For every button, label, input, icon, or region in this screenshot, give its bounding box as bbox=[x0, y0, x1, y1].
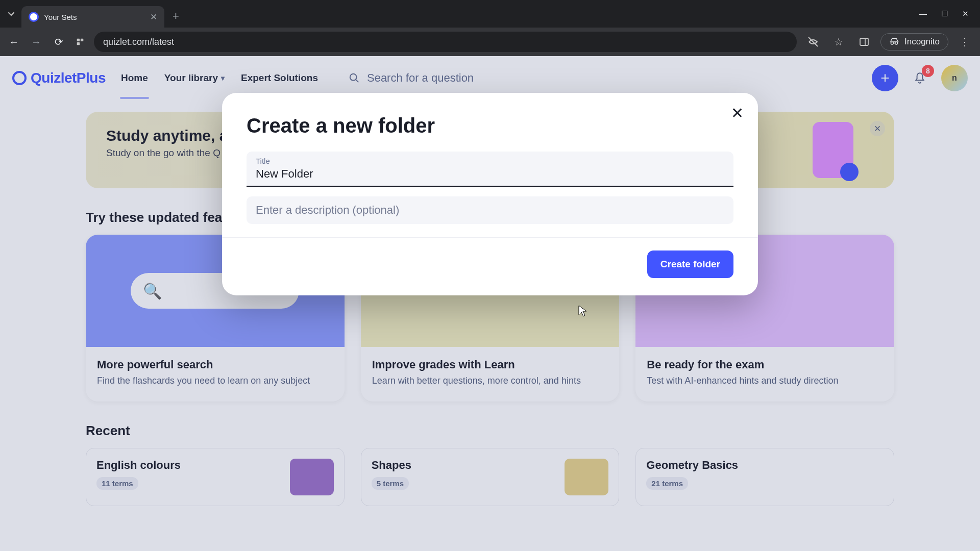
url-text: quizlet.com/latest bbox=[103, 37, 174, 47]
title-field[interactable]: Title bbox=[247, 152, 733, 187]
svg-rect-1 bbox=[81, 39, 83, 41]
tab-close-icon[interactable]: ✕ bbox=[150, 12, 157, 22]
browser-menu-icon[interactable]: ⋮ bbox=[955, 33, 974, 51]
window-minimize-button[interactable]: ― bbox=[919, 9, 927, 18]
svg-rect-3 bbox=[860, 38, 868, 45]
bookmark-star-icon[interactable]: ☆ bbox=[829, 33, 848, 51]
create-folder-button[interactable]: Create folder bbox=[647, 251, 733, 278]
incognito-indicator[interactable]: Incognito bbox=[880, 33, 948, 51]
create-folder-modal: ✕ Create a new folder Title Create folde… bbox=[222, 93, 758, 295]
modal-heading: Create a new folder bbox=[247, 114, 733, 137]
description-field[interactable] bbox=[247, 196, 733, 224]
new-tab-button[interactable]: + bbox=[167, 10, 184, 23]
address-bar[interactable]: quizlet.com/latest bbox=[94, 32, 797, 52]
incognito-icon bbox=[889, 37, 899, 47]
favicon-icon bbox=[29, 12, 39, 22]
title-label: Title bbox=[256, 157, 724, 165]
tab-title: Your Sets bbox=[44, 13, 77, 21]
svg-rect-0 bbox=[77, 39, 80, 41]
tab-search-dropdown[interactable] bbox=[4, 7, 18, 21]
nav-forward-button[interactable]: → bbox=[29, 34, 44, 49]
site-info-icon[interactable] bbox=[74, 35, 87, 48]
nav-back-button[interactable]: ← bbox=[6, 34, 21, 49]
description-input[interactable] bbox=[256, 202, 724, 220]
nav-reload-button[interactable]: ⟳ bbox=[51, 34, 66, 49]
window-maximize-button[interactable]: ☐ bbox=[941, 9, 948, 18]
incognito-label: Incognito bbox=[904, 37, 940, 47]
modal-close-button[interactable]: ✕ bbox=[731, 104, 744, 122]
title-input[interactable] bbox=[256, 165, 724, 184]
window-close-button[interactable]: ✕ bbox=[962, 9, 969, 18]
svg-rect-2 bbox=[77, 42, 80, 45]
eye-off-icon[interactable] bbox=[804, 33, 822, 51]
browser-tab[interactable]: Your Sets ✕ bbox=[21, 6, 164, 28]
side-panel-icon[interactable] bbox=[855, 33, 873, 51]
